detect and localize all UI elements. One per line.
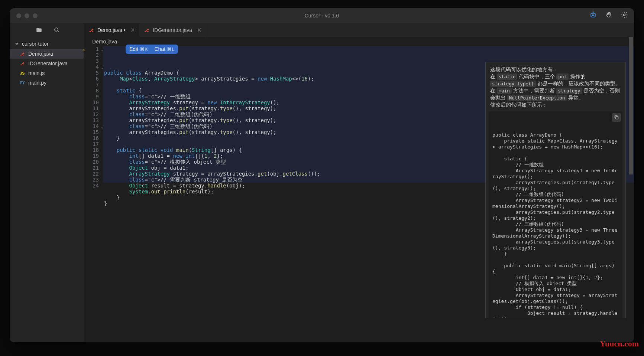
traffic-lights: [10, 13, 38, 18]
close-icon[interactable]: ×: [129, 26, 135, 34]
tab-demo-java[interactable]: ⎇ Demo.java • ×: [84, 23, 139, 37]
file-demo-java[interactable]: ⎇ Demo.java: [10, 49, 84, 59]
close-window-button[interactable]: [16, 13, 21, 18]
py-icon: PY: [19, 80, 25, 86]
file-main-js[interactable]: JS main.js: [10, 68, 84, 78]
svg-point-1: [592, 15, 593, 16]
tab-bar: ⎇ Demo.java • × ⎇ IDGenerator.java ×: [84, 23, 634, 37]
watermark: Yuucn.com: [600, 339, 639, 349]
warning-icon: ⚠: [82, 46, 85, 52]
tab-idgenerator-java[interactable]: ⎇ IDGenerator.java ×: [139, 23, 206, 37]
gear-icon[interactable]: [621, 11, 628, 20]
titlebar: Cursor - v0.1.0: [10, 8, 634, 23]
svg-point-3: [593, 12, 593, 13]
editor-area: ⎇ Demo.java • × ⎇ IDGenerator.java × Dem…: [84, 23, 634, 342]
file-main-py[interactable]: PY main.py: [10, 78, 84, 88]
close-icon[interactable]: ×: [195, 26, 201, 34]
file-idgenerator-java[interactable]: ⎇ IDGenerator.java: [10, 59, 84, 68]
gutter: ⚠1⌄ 23 4⌄ 5678910111213 14⌄ 151617181920…: [84, 46, 104, 342]
search-icon[interactable]: [54, 27, 60, 35]
git-icon: ⎇: [88, 27, 94, 33]
svg-point-4: [624, 14, 625, 16]
maximize-window-button[interactable]: [33, 13, 38, 18]
action-popup: Edit ⌘K Chat ⌘L: [126, 45, 178, 54]
edit-button[interactable]: Edit ⌘K: [129, 46, 148, 52]
minimize-window-button[interactable]: [25, 13, 29, 18]
js-icon: JS: [19, 70, 25, 76]
app-window: Cursor - v0.1.0 cursor-tutor ⎇: [10, 8, 634, 342]
app-title: Cursor - v0.1.0: [305, 13, 339, 19]
project-name[interactable]: cursor-tutor: [10, 39, 84, 49]
chat-button[interactable]: Chat ⌘L: [155, 46, 175, 52]
git-icon: ⎇: [144, 27, 150, 33]
hand-icon[interactable]: [605, 11, 612, 20]
folder-icon[interactable]: [36, 27, 42, 35]
svg-point-2: [593, 15, 594, 16]
git-icon: ⎇: [19, 51, 25, 57]
git-icon: ⎇: [19, 61, 25, 66]
sidebar: cursor-tutor ⎇ Demo.java ⎇ IDGenerator.j…: [10, 23, 84, 342]
ai-icon[interactable]: [589, 11, 597, 20]
svg-point-5: [55, 28, 58, 31]
